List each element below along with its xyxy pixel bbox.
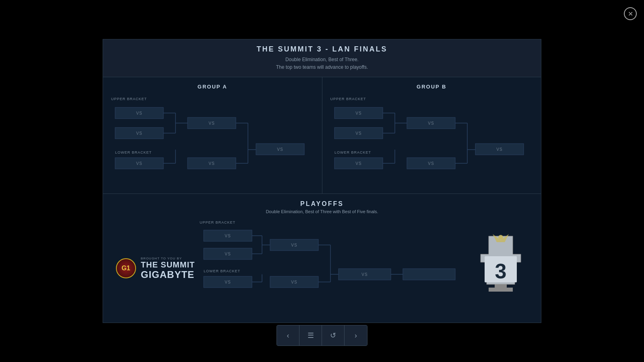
next-button[interactable]: ›: [345, 325, 367, 346]
nav-bar: ‹ ☰ ↺ ›: [277, 325, 367, 346]
svg-rect-74: [403, 269, 455, 280]
group-b-section: GROUP B UPPER BRACKET VS VS VS: [322, 77, 541, 193]
svg-text:VS: VS: [355, 161, 361, 166]
reset-button[interactable]: ↺: [322, 325, 345, 346]
svg-text:VS: VS: [291, 243, 297, 247]
playoffs-bracket-svg: VS VS VS LOWER BRACKET: [200, 226, 461, 315]
playoffs-title: PLAYOFFS: [111, 200, 533, 208]
group-a-bracket-svg: VS VS VS LOWER BRACKET: [111, 103, 308, 184]
g1-logo: G1: [116, 258, 136, 278]
logo-brought: BROUGHT TO YOU BY: [141, 257, 195, 260]
playoffs-logo: G1 BROUGHT TO YOU BY THE SUMMIT GIGABYTE: [111, 257, 200, 280]
playoffs-subtitle: Double Elimination, Best of Three with B…: [111, 209, 533, 214]
svg-rect-77: [489, 288, 513, 292]
svg-text:VS: VS: [428, 121, 434, 125]
prev-button[interactable]: ‹: [277, 325, 299, 346]
logo-summit: THE SUMMIT: [141, 260, 195, 269]
group-a-title: GROUP A: [111, 84, 314, 90]
trophy-svg: 3: [475, 234, 527, 302]
groups-area: GROUP A UPPER BRACKET VS VS VS: [103, 77, 541, 194]
playoffs-inner: G1 BROUGHT TO YOU BY THE SUMMIT GIGABYTE…: [111, 220, 533, 316]
svg-text:VS: VS: [136, 131, 142, 136]
playoffs-bracket: UPPER BRACKET VS VS VS: [200, 220, 469, 316]
list-button[interactable]: ☰: [299, 325, 322, 346]
svg-text:VS: VS: [277, 147, 283, 152]
svg-rect-76: [495, 284, 507, 288]
svg-text:3: 3: [495, 259, 507, 283]
header-section: THE SUMMIT 3 - LAN FINALS Double Elimina…: [103, 39, 541, 77]
svg-text:VS: VS: [361, 272, 367, 277]
playoffs-section: PLAYOFFS Double Elimination, Best of Thr…: [103, 194, 541, 323]
svg-text:VS: VS: [355, 111, 361, 115]
svg-point-81: [498, 235, 503, 240]
svg-text:VS: VS: [136, 161, 142, 166]
svg-text:VS: VS: [225, 280, 231, 284]
group-b-upper-label: UPPER BRACKET: [330, 97, 533, 101]
svg-text:VS: VS: [225, 234, 231, 238]
close-button[interactable]: ✕: [624, 7, 637, 20]
svg-text:VS: VS: [225, 252, 231, 256]
svg-text:LOWER BRACKET: LOWER BRACKET: [115, 150, 152, 154]
svg-text:LOWER BRACKET: LOWER BRACKET: [334, 150, 371, 154]
playoffs-upper-label: UPPER BRACKET: [200, 220, 469, 224]
svg-text:VS: VS: [136, 111, 142, 115]
svg-text:VS: VS: [208, 161, 215, 166]
svg-text:VS: VS: [496, 147, 502, 152]
svg-text:VS: VS: [291, 280, 297, 284]
group-b-bracket-svg: VS VS VS LOWER BRACKET: [330, 103, 528, 184]
svg-text:VS: VS: [355, 131, 361, 136]
logo-gigabyte: GIGABYTE: [141, 269, 195, 280]
main-container: THE SUMMIT 3 - LAN FINALS Double Elimina…: [103, 39, 541, 323]
playoffs-trophy: 3: [469, 234, 533, 302]
group-b-title: GROUP B: [330, 84, 533, 90]
tournament-subtitle: Double Elimination, Best of Three. The t…: [111, 56, 533, 71]
svg-text:VS: VS: [208, 121, 215, 125]
svg-text:LOWER BRACKET: LOWER BRACKET: [204, 269, 240, 273]
tournament-title: THE SUMMIT 3 - LAN FINALS: [111, 45, 533, 53]
svg-text:VS: VS: [428, 161, 434, 166]
group-a-upper-label: UPPER BRACKET: [111, 97, 314, 101]
group-a-section: GROUP A UPPER BRACKET VS VS VS: [103, 77, 322, 193]
